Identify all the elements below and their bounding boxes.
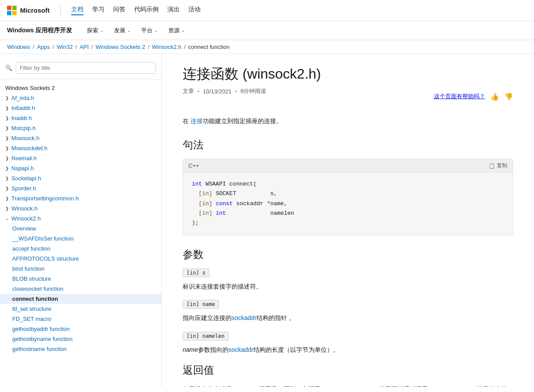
breadcrumb-current: connect function — [188, 44, 230, 50]
connect-return-link[interactable]: connect — [238, 385, 259, 387]
nav-samples[interactable]: 代码示例 — [134, 6, 159, 15]
param-namelen: [in] namelen name参数指向的sockaddr结构的长度（以字节为… — [183, 332, 513, 354]
breadcrumb-api[interactable]: API — [80, 44, 89, 50]
sidebar-sub-blob[interactable]: BLOB structure — [0, 274, 161, 284]
sidebar-sub-connect[interactable]: connect function — [0, 294, 161, 304]
meta-dot1: • — [198, 88, 200, 95]
param-s-tag: [in] s — [183, 268, 209, 277]
code-line-4: [in] int namelen — [192, 209, 504, 218]
layout: 🔍 Windows Sockets 2 ❯ Af_irda.h ❯ In6add… — [0, 54, 534, 387]
sep4: / — [91, 44, 93, 50]
sidebar-sub-overview[interactable]: Overview — [0, 224, 161, 234]
sidebar-filter: 🔍 — [0, 59, 161, 79]
chevron-afirda-icon: ❯ — [5, 96, 9, 100]
sidebar-filter-input[interactable] — [16, 62, 156, 74]
article-meta: 文章 • 10/13/2021 • 8分钟阅读 — [183, 87, 266, 95]
nav-divider — [60, 5, 61, 16]
sidebar-item-winsock[interactable]: ❯ Winsock.h — [0, 203, 161, 213]
page-title: 连接函数 (winsock2.h) — [183, 65, 513, 84]
filter-icon: 🔍 — [5, 65, 12, 71]
breadcrumb-winsock2h[interactable]: Winsock2.h — [152, 44, 181, 50]
chevron-nsemail-icon: ❯ — [5, 156, 9, 161]
sidebar-sub-gethostbyaddr[interactable]: gethostbyaddr function — [0, 324, 161, 334]
chevron-socketapi-icon: ❯ — [5, 176, 9, 181]
nav-explore[interactable]: 探索 ⌄ — [83, 25, 108, 36]
copy-label: 复制 — [497, 162, 507, 169]
sidebar-item-in6addr[interactable]: ❯ In6addr.h — [0, 103, 161, 113]
sidebar-item-nsemail[interactable]: ❯ Nsemail.h — [0, 153, 161, 163]
breadcrumb-winsock2[interactable]: Windows Sockets 2 — [96, 44, 145, 50]
main-content: 连接函数 (winsock2.h) 文章 • 10/13/2021 • 8分钟阅… — [162, 54, 534, 387]
chevron-nspapi-icon: ❯ — [5, 166, 9, 171]
sidebar-item-socketapi[interactable]: ❯ Socketapi.h — [0, 173, 161, 183]
code-body: int WSAAPI connect( [in] SOCKET s, [in] … — [183, 172, 513, 234]
ms-logo-squares — [7, 6, 17, 15]
ms-logo[interactable]: Microsoft — [7, 6, 50, 15]
platform-chevron-icon: ⌄ — [154, 28, 158, 33]
param-s: [in] s 标识未连接套接字的描述符。 — [183, 268, 513, 291]
breadcrumb: Windows / Apps / Win32 / API / Windows S… — [0, 40, 534, 54]
sidebar-sub-closesocket[interactable]: closesocket function — [0, 284, 161, 294]
code-line-3: [in] const sockaddr *name, — [192, 199, 504, 209]
return-desc: 如果没有发生错误，connect返回零。否则，它返回 SOCKET_ERROR，… — [183, 384, 513, 387]
sidebar-item-sporder[interactable]: ❯ Sporder.h — [0, 183, 161, 193]
thumbup-icon[interactable]: 👍 — [490, 93, 499, 101]
param-s-desc: 标识未连接套接字的描述符。 — [183, 282, 513, 291]
intro-text: 在 连接功能建立到指定插座的连接。 — [183, 116, 513, 126]
chevron-mswsock-icon: ❯ — [5, 136, 9, 141]
syntax-title: 句法 — [183, 138, 513, 152]
copy-button[interactable]: 📋 复制 — [489, 162, 507, 169]
breadcrumb-apps[interactable]: Apps — [37, 44, 50, 50]
nav-qa[interactable]: 问答 — [113, 6, 125, 15]
second-nav-title: Windows 应用程序开发 — [7, 27, 72, 34]
connect-link[interactable]: 连接 — [191, 117, 203, 124]
sidebar-item-nspapi[interactable]: ❯ Nspapi.h — [0, 163, 161, 173]
article-read-time: 8分钟阅读 — [240, 87, 266, 95]
code-block: C++ 📋 复制 int WSAAPI connect( [in] SOCKET… — [183, 159, 513, 235]
sidebar-sub-gethostname[interactable]: gethostname function — [0, 344, 161, 354]
breadcrumb-win32[interactable]: Win32 — [57, 44, 73, 50]
sidebar-item-inaddr[interactable]: ❯ Inaddr.h — [0, 113, 161, 123]
ms-logo-text: Microsoft — [20, 7, 50, 14]
nav-docs[interactable]: 文档 — [71, 6, 83, 15]
article-meta-row: 文章 • 10/13/2021 • 8分钟阅读 这个页面有帮助吗？ 👍 👎 — [183, 87, 513, 106]
sidebar-sub-fdset[interactable]: fd_set structure — [0, 304, 161, 314]
param-namelen-tag: [in] namelen — [183, 332, 229, 340]
sidebar-sub-afprotocols[interactable]: AFPROTOCOLS structure — [0, 254, 161, 264]
sidebar-sub-accept[interactable]: accept function — [0, 244, 161, 254]
nav-resources[interactable]: 资源 ⌄ — [164, 25, 189, 36]
top-nav: Microsoft 文档 学习 问答 代码示例 演出 活动 — [0, 0, 534, 21]
sidebar-item-winsock2h[interactable]: ⌄ Winsock2.h — [0, 213, 161, 224]
sidebar-sub-bind[interactable]: bind function — [0, 264, 161, 274]
nav-platform[interactable]: 平台 ⌄ — [137, 25, 162, 36]
chevron-in6addr-icon: ❯ — [5, 106, 9, 110]
nav-develop[interactable]: 发展 ⌄ — [110, 25, 135, 36]
sidebar-item-transportsetting[interactable]: ❯ Transportsettingcommon.h — [0, 193, 161, 203]
code-lang: C++ — [188, 162, 199, 169]
chevron-mswsockdef-icon: ❯ — [5, 146, 9, 151]
wsagetlasterror-link[interactable]: WSAGetLastError — [428, 385, 477, 387]
chevron-transportsetting-icon: ❯ — [5, 196, 9, 201]
sidebar-item-afirda[interactable]: ❯ Af_irda.h — [0, 93, 161, 103]
breadcrumb-windows[interactable]: Windows — [7, 44, 30, 50]
code-line-1: int WSAAPI connect( — [192, 179, 504, 189]
thumbdown-icon[interactable]: 👎 — [504, 93, 513, 101]
helpful-link[interactable]: 这个页面有帮助吗？ — [434, 93, 485, 100]
sockaddr-link2[interactable]: sockaddr — [229, 346, 253, 353]
sidebar-item-mswsock[interactable]: ❯ Mswsock.h — [0, 133, 161, 143]
sidebar-sub-gethostbyname[interactable]: gethostbyname function — [0, 334, 161, 344]
nav-events1[interactable]: 演出 — [167, 6, 180, 15]
article-date: 10/13/2021 — [203, 88, 232, 95]
develop-chevron-icon: ⌄ — [127, 28, 131, 33]
param-namelen-desc: name参数指向的sockaddr结构的长度（以字节为单位）。 — [183, 345, 513, 354]
chevron-mstcpip-icon: ❯ — [5, 126, 9, 131]
params-title: 参数 — [183, 248, 513, 261]
chevron-sporder-icon: ❯ — [5, 186, 9, 191]
nav-learn[interactable]: 学习 — [92, 6, 104, 15]
sidebar-item-mswsockdef[interactable]: ❯ Mswsockdef.h — [0, 143, 161, 153]
sidebar-sub-wsafdisset[interactable]: __WSAFDIsSet function — [0, 234, 161, 244]
sockaddr-link1[interactable]: sockaddr — [232, 314, 257, 321]
nav-events2[interactable]: 活动 — [188, 6, 201, 15]
sidebar-sub-fdsetmacro[interactable]: FD_SET macro — [0, 314, 161, 324]
sidebar-item-mstcpip[interactable]: ❯ Mstcpip.h — [0, 123, 161, 133]
